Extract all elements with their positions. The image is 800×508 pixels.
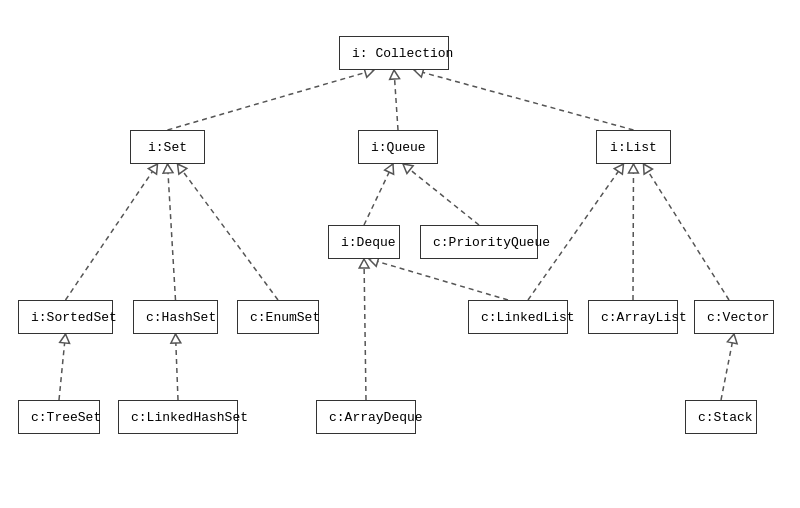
svg-marker-9 <box>163 164 173 173</box>
svg-line-10 <box>178 164 279 300</box>
svg-marker-3 <box>390 70 400 79</box>
node-linkedhashset: c:LinkedHashSet <box>118 400 238 434</box>
node-hashset: c:HashSet <box>133 300 218 334</box>
svg-line-0 <box>168 70 375 130</box>
node-queue: i:Queue <box>358 130 438 164</box>
node-arraydeque: c:ArrayDeque <box>316 400 416 434</box>
node-set: i:Set <box>130 130 205 164</box>
node-sortedset: i:SortedSet <box>18 300 113 334</box>
svg-line-14 <box>403 164 479 225</box>
svg-line-12 <box>364 164 393 225</box>
node-linkedlist: c:LinkedList <box>468 300 568 334</box>
svg-marker-31 <box>727 334 737 344</box>
node-enumset: c:EnumSet <box>237 300 319 334</box>
node-collection: i: Collection <box>339 36 449 70</box>
svg-marker-19 <box>614 164 623 174</box>
svg-marker-23 <box>644 164 653 174</box>
svg-marker-11 <box>178 164 187 174</box>
node-arraylist: c:ArrayList <box>588 300 678 334</box>
svg-line-26 <box>176 334 179 400</box>
svg-line-4 <box>414 70 634 130</box>
node-treeset: c:TreeSet <box>18 400 100 434</box>
svg-line-22 <box>644 164 730 300</box>
node-priorityqueue: c:PriorityQueue <box>420 225 538 259</box>
svg-marker-25 <box>60 334 70 343</box>
diagram: i: Collectioni:Seti:Queuei:Listi:SortedS… <box>0 0 800 508</box>
svg-line-8 <box>168 164 176 300</box>
svg-line-28 <box>364 259 366 400</box>
svg-line-2 <box>394 70 398 130</box>
svg-line-6 <box>66 164 158 300</box>
svg-line-24 <box>59 334 66 400</box>
node-deque: i:Deque <box>328 225 400 259</box>
svg-marker-21 <box>629 164 639 173</box>
svg-marker-27 <box>171 334 181 343</box>
node-stack: c:Stack <box>685 400 757 434</box>
svg-marker-15 <box>403 164 413 173</box>
svg-line-30 <box>721 334 734 400</box>
node-vector: c:Vector <box>694 300 774 334</box>
node-list: i:List <box>596 130 671 164</box>
svg-line-16 <box>369 259 508 300</box>
svg-line-20 <box>633 164 634 300</box>
svg-marker-13 <box>385 164 394 174</box>
svg-marker-29 <box>359 259 369 268</box>
svg-marker-7 <box>148 164 157 174</box>
